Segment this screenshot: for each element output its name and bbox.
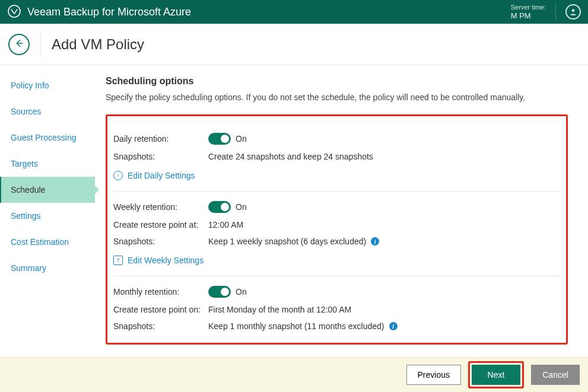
monthly-retention-label: Monthly retention: [113,287,208,297]
section-description: Specify the policy scheduling options. I… [106,93,568,102]
cancel-button[interactable]: Cancel [531,365,580,385]
weekly-snapshots-value: Keep 1 weekly snapshot (6 days excluded) [208,237,366,246]
sidebar-item-label: Cost Estimation [11,237,69,247]
daily-snapshots-value: Create 24 snapshots and keep 24 snapshot… [208,152,373,161]
sidebar-item-targets[interactable]: Targets [0,151,95,177]
weekly-create-label: Create restore point at: [113,220,208,230]
back-button[interactable] [8,34,30,55]
server-time-label: Server time: [511,4,546,11]
footer: Previous Next Cancel [0,357,588,392]
server-time-value: M PM [511,11,546,21]
topbar-right: Server time: M PM [511,4,581,21]
svg-point-0 [8,5,20,17]
sidebar-item-label: Summary [11,263,46,273]
product-title: Veeam Backup for Microsoft Azure [27,6,191,18]
sidebar-item-guest-processing[interactable]: Guest Processing [0,125,95,151]
edit-weekly-settings-link[interactable]: 7 Edit Weekly Settings [113,256,204,265]
sidebar-item-summary[interactable]: Summary [0,255,95,281]
monthly-block: Monthly retention: On Create restore poi… [113,276,560,334]
monthly-create-value: First Monday of the month at 12:00 AM [208,305,351,314]
body: Policy Info Sources Guest Processing Tar… [0,65,588,357]
topbar-left: Veeam Backup for Microsoft Azure [7,4,191,20]
info-icon[interactable]: i [389,322,398,330]
monthly-retention-toggle[interactable] [208,286,231,298]
calendar-icon: 7 [113,256,123,265]
sidebar-item-policy-info[interactable]: Policy Info [0,72,95,98]
daily-retention-label: Daily retention: [113,134,208,144]
weekly-retention-toggle[interactable] [208,201,231,213]
daily-retention-toggle[interactable] [208,133,231,145]
sidebar-item-cost-estimation[interactable]: Cost Estimation [0,229,95,255]
sidebar-item-label: Targets [11,159,38,168]
sidebar-item-label: Sources [11,107,41,116]
sidebar-item-label: Settings [11,211,41,221]
arrow-left-icon [14,38,24,50]
monthly-create-label: Create restore point on: [113,305,208,314]
sidebar-item-settings[interactable]: Settings [0,203,95,229]
highlight-box: Daily retention: On Snapshots: Create 24… [106,114,568,345]
section-title: Scheduling options [106,76,568,87]
monthly-snapshots-value: Keep 1 monthly snapshot (11 months exclu… [208,321,384,331]
user-avatar-icon[interactable] [565,4,581,20]
header-separator [40,31,41,58]
sidebar-item-label: Guest Processing [11,133,77,142]
daily-retention-state: On [236,134,247,144]
edit-daily-settings-link[interactable]: Edit Daily Settings [113,171,195,180]
info-icon[interactable]: i [371,237,379,246]
server-time: Server time: M PM [511,4,546,21]
sidebar-item-label: Schedule [11,185,45,195]
veeam-logo-icon [7,4,21,20]
weekly-snapshots-label: Snapshots: [113,237,208,246]
next-button-highlight: Next [468,361,524,388]
next-button[interactable]: Next [472,365,520,385]
previous-button[interactable]: Previous [406,365,461,385]
monthly-snapshots-label: Snapshots: [113,321,208,331]
edit-weekly-label: Edit Weekly Settings [128,256,204,265]
sidebar-item-label: Policy Info [11,81,49,90]
svg-point-1 [572,9,575,12]
main-panel: Scheduling options Specify the policy sc… [95,65,588,357]
sidebar-item-sources[interactable]: Sources [0,98,95,125]
sidebar-item-schedule[interactable]: Schedule [0,177,95,203]
daily-block: Daily retention: On Snapshots: Create 24… [113,123,560,185]
weekly-retention-label: Weekly retention: [113,202,208,212]
daily-snapshots-label: Snapshots: [113,152,208,161]
topbar-divider [555,4,556,20]
monthly-retention-state: On [236,287,247,297]
top-bar: Veeam Backup for Microsoft Azure Server … [0,0,588,24]
wizard-sidebar: Policy Info Sources Guest Processing Tar… [0,65,95,357]
weekly-create-value: 12:00 AM [208,220,243,230]
weekly-retention-state: On [236,202,247,212]
page-header: Add VM Policy [0,24,588,65]
edit-daily-label: Edit Daily Settings [128,171,195,180]
page-title: Add VM Policy [52,36,144,53]
weekly-block: Weekly retention: On Create restore poin… [113,192,560,270]
clock-icon [113,171,123,180]
